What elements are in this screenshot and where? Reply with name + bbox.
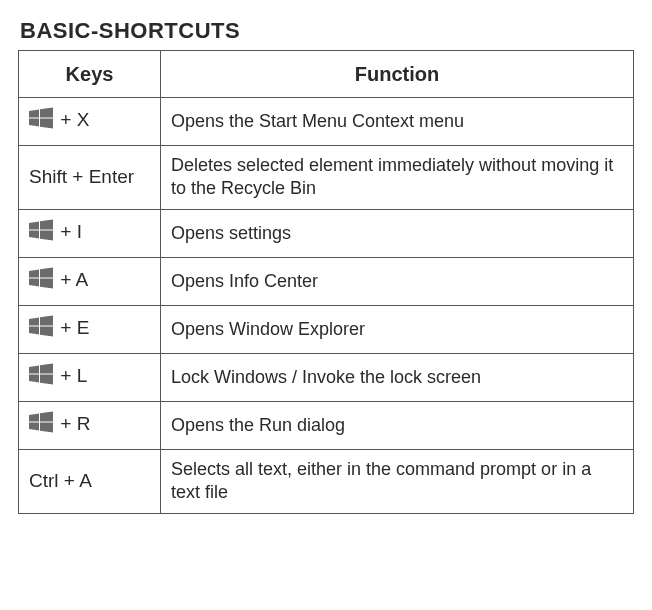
keys-text: + L <box>55 365 87 386</box>
svg-marker-4 <box>29 221 39 229</box>
windows-key-icon <box>29 363 53 392</box>
table-row: Ctrl + ASelects all text, either in the … <box>19 449 634 513</box>
keys-text: + I <box>55 221 82 242</box>
header-function: Function <box>160 51 633 98</box>
page-title: BASIC-SHORTCUTS <box>20 18 634 44</box>
keys-cell: Shift + Enter <box>19 146 161 210</box>
svg-marker-7 <box>40 230 53 240</box>
keys-text: + A <box>55 269 88 290</box>
keys-text: + R <box>55 413 90 434</box>
windows-key-icon <box>29 107 53 136</box>
svg-marker-6 <box>29 230 39 238</box>
table-header-row: Keys Function <box>19 51 634 98</box>
svg-marker-10 <box>29 278 39 286</box>
keys-cell: + R <box>19 401 161 449</box>
svg-marker-20 <box>29 413 39 421</box>
svg-marker-8 <box>29 269 39 277</box>
windows-key-icon <box>29 219 53 248</box>
keys-text: Ctrl + A <box>29 470 92 491</box>
svg-marker-9 <box>40 267 53 277</box>
table-row: + AOpens Info Center <box>19 257 634 305</box>
svg-marker-23 <box>40 422 53 432</box>
svg-marker-1 <box>40 108 53 118</box>
table-row: + IOpens settings <box>19 209 634 257</box>
windows-key-icon <box>29 315 53 344</box>
windows-key-icon <box>29 411 53 440</box>
table-row: + LLock Windows / Invoke the lock screen <box>19 353 634 401</box>
svg-marker-21 <box>40 411 53 421</box>
table-row: Shift + EnterDeletes selected element im… <box>19 146 634 210</box>
keys-text: + X <box>55 109 89 130</box>
svg-marker-13 <box>40 315 53 325</box>
keys-cell: + L <box>19 353 161 401</box>
keys-cell: Ctrl + A <box>19 449 161 513</box>
function-cell: Opens Info Center <box>160 257 633 305</box>
function-cell: Selects all text, either in the command … <box>160 449 633 513</box>
svg-marker-0 <box>29 110 39 118</box>
svg-marker-5 <box>40 219 53 229</box>
svg-marker-17 <box>40 363 53 373</box>
table-row: + XOpens the Start Menu Context menu <box>19 98 634 146</box>
table-row: + ROpens the Run dialog <box>19 401 634 449</box>
keys-text: + E <box>55 317 89 338</box>
keys-cell: + E <box>19 305 161 353</box>
svg-marker-3 <box>40 119 53 129</box>
function-cell: Opens settings <box>160 209 633 257</box>
keys-text: Shift + Enter <box>29 166 134 187</box>
svg-marker-14 <box>29 326 39 334</box>
shortcuts-table: Keys Function + XOpens the Start Menu Co… <box>18 50 634 514</box>
header-keys: Keys <box>19 51 161 98</box>
function-cell: Deletes selected element immediately wit… <box>160 146 633 210</box>
keys-cell: + I <box>19 209 161 257</box>
keys-cell: + X <box>19 98 161 146</box>
svg-marker-22 <box>29 422 39 430</box>
svg-marker-11 <box>40 278 53 288</box>
svg-marker-18 <box>29 374 39 382</box>
svg-marker-19 <box>40 374 53 384</box>
keys-cell: + A <box>19 257 161 305</box>
function-cell: Opens the Run dialog <box>160 401 633 449</box>
table-row: + EOpens Window Explorer <box>19 305 634 353</box>
svg-marker-12 <box>29 317 39 325</box>
function-cell: Lock Windows / Invoke the lock screen <box>160 353 633 401</box>
function-cell: Opens Window Explorer <box>160 305 633 353</box>
windows-key-icon <box>29 267 53 296</box>
function-cell: Opens the Start Menu Context menu <box>160 98 633 146</box>
svg-marker-15 <box>40 326 53 336</box>
svg-marker-2 <box>29 119 39 127</box>
svg-marker-16 <box>29 365 39 373</box>
